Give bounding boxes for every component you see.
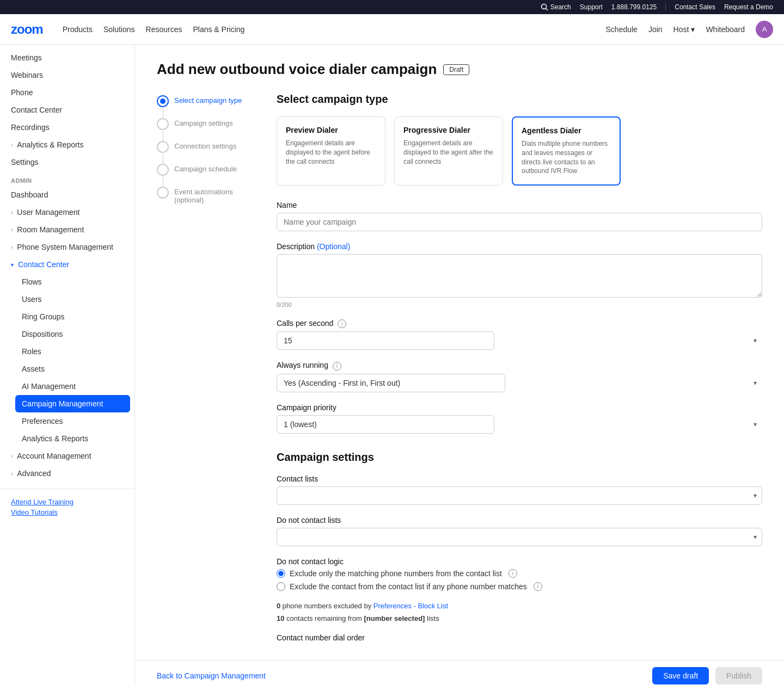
always-running-select[interactable]: Yes (Ascending - First in, First out) Ye… — [277, 374, 505, 392]
sidebar-item-preferences[interactable]: Preferences — [11, 412, 134, 430]
sidebar-item-meetings[interactable]: Meetings — [0, 49, 134, 66]
sidebar-item-analytics-reports[interactable]: Analytics & Reports — [11, 430, 134, 447]
name-input[interactable] — [277, 213, 762, 231]
nav-products[interactable]: Products — [63, 23, 93, 36]
sidebar-item-contact-center[interactable]: ▾ Contact Center — [0, 256, 134, 273]
sidebar-item-user-mgmt[interactable]: › User Management — [0, 203, 134, 221]
radio-1-info-icon[interactable]: i — [509, 569, 517, 578]
publish-button[interactable]: Publish — [715, 667, 762, 684]
support-link[interactable]: Support — [580, 3, 603, 11]
sidebar-item-users[interactable]: Users — [11, 291, 134, 308]
nav-resources[interactable]: Resources — [146, 23, 182, 36]
nav-whiteboard[interactable]: Whiteboard — [706, 25, 745, 34]
campaign-card-progressive[interactable]: Progressive Dialer Engagement details ar… — [394, 116, 503, 186]
radio-option-1[interactable]: Exclude only the matching phone numbers … — [277, 569, 762, 578]
nav-plans[interactable]: Plans & Pricing — [193, 23, 244, 36]
sidebar: Meetings Webinars Phone Contact Center R… — [0, 45, 135, 686]
sidebar-item-ring-groups[interactable]: Ring Groups — [11, 308, 134, 325]
sidebar-item-contact-center-top[interactable]: Contact Center — [0, 101, 134, 119]
attend-training-link[interactable]: Attend Live Training — [11, 498, 124, 506]
chevron-down-icon-cp: ▾ — [754, 421, 757, 428]
do-not-contact-lists-select[interactable] — [277, 528, 762, 546]
chevron-down-icon-ar: ▾ — [754, 379, 757, 387]
calls-per-second-info-icon[interactable]: i — [338, 319, 346, 328]
name-group: Name — [277, 201, 762, 231]
sidebar-item-assets[interactable]: Assets — [11, 360, 134, 378]
nav-host-label: Host — [673, 25, 689, 34]
sidebar-item-dashboard[interactable]: Dashboard — [0, 186, 134, 203]
campaign-card-preview[interactable]: Preview Dialer Engagement details are di… — [277, 116, 385, 186]
nav-join[interactable]: Join — [648, 25, 663, 34]
sidebar-item-ai-management[interactable]: AI Management — [11, 378, 134, 395]
sidebar-item-roles[interactable]: Roles — [11, 343, 134, 360]
chevron-down-icon: ▾ — [691, 25, 695, 34]
always-running-group: Always running i Yes (Ascending - First … — [277, 361, 762, 392]
search-button[interactable]: Search — [541, 3, 571, 11]
contact-sales-link[interactable]: Contact Sales — [675, 3, 715, 11]
calls-per-second-group: Calls per second i 15 1 5 10 20 25 30 — [277, 319, 762, 350]
request-demo-link[interactable]: Request a Demo — [724, 3, 773, 11]
do-not-contact-logic-label: Do not contact logic — [277, 557, 762, 566]
wizard-step-1[interactable]: Select campaign type — [157, 95, 255, 107]
logo[interactable]: zoom — [11, 22, 43, 37]
sidebar-item-room-mgmt[interactable]: › Room Management — [0, 221, 134, 238]
preview-dialer-title: Preview Dialer — [286, 126, 376, 134]
chevron-down-icon-cps: ▾ — [754, 337, 757, 344]
radio-input-2[interactable] — [277, 582, 285, 591]
wizard-step-5[interactable]: Event automations (optional) — [157, 187, 255, 204]
campaign-card-agentless[interactable]: Agentless Dialer Dials multiple phone nu… — [512, 116, 621, 186]
wizard-step-4[interactable]: Campaign schedule — [157, 164, 255, 176]
step-circle-4 — [157, 164, 169, 176]
calls-per-second-select[interactable]: 15 1 5 10 20 25 30 — [277, 331, 494, 350]
contacts-remaining-list: [number selected] — [364, 614, 425, 622]
campaign-settings-title: Campaign settings — [277, 451, 762, 464]
sidebar-item-webinars[interactable]: Webinars — [0, 66, 134, 84]
avatar[interactable]: A — [756, 21, 773, 38]
do-not-contact-lists-group: Do not contact lists ▾ — [277, 516, 762, 546]
description-label: Description (Optional) — [277, 242, 762, 251]
save-draft-button[interactable]: Save draft — [652, 667, 709, 684]
chevron-right-icon-4: › — [11, 244, 13, 250]
radio-option-2[interactable]: Exclude the contact from the contact lis… — [277, 582, 762, 591]
contact-center-children: Flows Users Ring Groups Dispositions Rol… — [0, 273, 134, 447]
sidebar-item-phone[interactable]: Phone — [0, 84, 134, 101]
sidebar-item-dispositions[interactable]: Dispositions — [11, 325, 134, 343]
sidebar-item-analytics[interactable]: › Analytics & Reports — [0, 136, 134, 153]
campaign-priority-select[interactable]: 1 (lowest) 2 3 4 5 (highest) — [277, 415, 494, 434]
sidebar-bottom-links: Attend Live Training Video Tutorials — [0, 489, 134, 521]
preferences-block-list-link[interactable]: Preferences - Block List — [373, 602, 448, 610]
nav-schedule[interactable]: Schedule — [606, 25, 638, 34]
back-to-campaign-link[interactable]: Back to Campaign Management — [157, 671, 266, 680]
sidebar-item-settings[interactable]: Settings — [0, 153, 134, 171]
nav-links: Products Solutions Resources Plans & Pri… — [63, 23, 593, 36]
agentless-dialer-title: Agentless Dialer — [522, 126, 611, 135]
nav-solutions[interactable]: Solutions — [103, 23, 135, 36]
wizard-step-2[interactable]: Campaign settings — [157, 118, 255, 130]
description-optional: (Optional) — [317, 242, 350, 251]
sidebar-item-account-mgmt[interactable]: › Account Management — [0, 447, 134, 465]
sidebar-item-phone-sys[interactable]: › Phone System Management — [0, 238, 134, 256]
step-label-2: Campaign settings — [174, 118, 233, 127]
nav-right: Schedule Join Host ▾ Whiteboard A — [606, 21, 773, 38]
nav-host[interactable]: Host ▾ — [673, 25, 695, 34]
always-running-info-icon[interactable]: i — [333, 362, 341, 371]
radio-label-2: Exclude the contact from the contact lis… — [290, 582, 527, 591]
contact-lists-select[interactable] — [277, 486, 762, 505]
divider — [665, 3, 666, 11]
calls-per-second-wrapper: 15 1 5 10 20 25 30 ▾ — [277, 331, 762, 350]
main-nav: zoom Products Solutions Resources Plans … — [0, 14, 784, 45]
wizard-step-3[interactable]: Connection settings — [157, 141, 255, 153]
video-tutorials-link[interactable]: Video Tutorials — [11, 508, 124, 516]
radio-input-1[interactable] — [277, 569, 285, 578]
sidebar-item-advanced[interactable]: › Advanced — [0, 465, 134, 482]
step-circle-2 — [157, 118, 169, 130]
sidebar-item-campaign-mgmt[interactable]: Campaign Management — [15, 395, 130, 412]
chevron-right-icon-5: › — [11, 453, 13, 459]
description-textarea[interactable] — [277, 254, 762, 298]
chevron-right-icon: › — [11, 142, 13, 148]
radio-label-1: Exclude only the matching phone numbers … — [290, 569, 502, 578]
radio-2-info-icon[interactable]: i — [534, 582, 542, 591]
sidebar-item-recordings[interactable]: Recordings — [0, 119, 134, 136]
sidebar-item-flows[interactable]: Flows — [11, 273, 134, 291]
admin-section-label: ADMIN — [0, 171, 134, 186]
